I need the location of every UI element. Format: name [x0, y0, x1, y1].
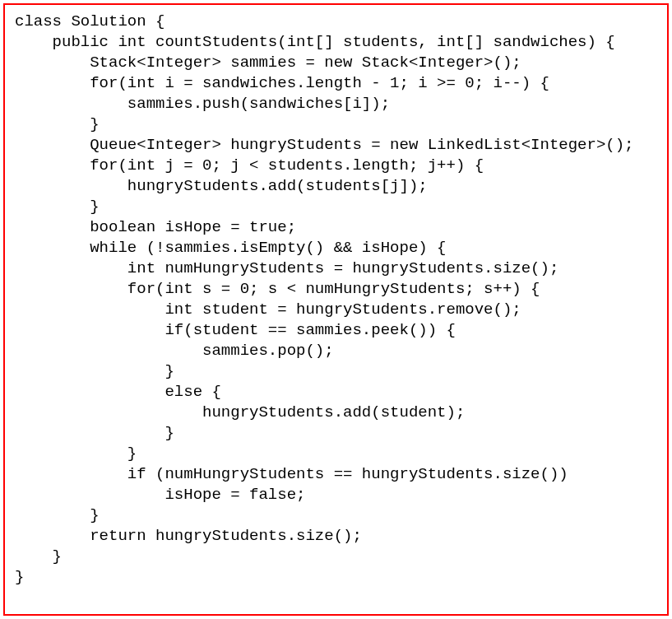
code-block: class Solution { public int countStudent… — [15, 12, 657, 588]
code-container: class Solution { public int countStudent… — [3, 3, 669, 616]
